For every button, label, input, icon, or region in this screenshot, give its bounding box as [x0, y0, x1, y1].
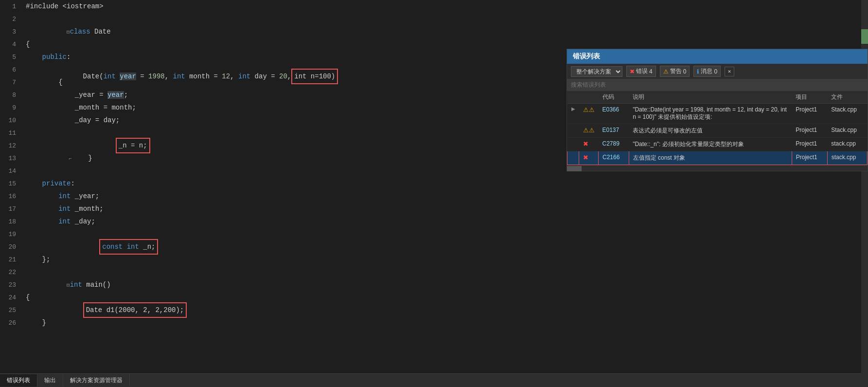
- code-line-3: 3 ⊟class Date: [0, 25, 868, 38]
- table-row[interactable]: ✖ C2166 左值指定 const 对象 Project1 stack.cpp: [567, 151, 868, 165]
- code-line-16: 16 int _year;: [0, 190, 868, 203]
- row-expand-1: ▶: [567, 104, 579, 124]
- row-desc-2: 表达式必须是可修改的左值: [629, 124, 792, 138]
- line-content-17: int _month;: [22, 203, 868, 215]
- line-num-4: 4: [0, 41, 22, 48]
- line-num-7: 7: [0, 79, 22, 86]
- line-content-1: #include <iostream>: [22, 0, 868, 13]
- collapse-icon-23[interactable]: ⊟: [67, 282, 70, 288]
- table-row[interactable]: ⚠⚠ E0137 表达式必须是可修改的左值 Project1 Stack.cpp: [567, 124, 868, 138]
- filter-symbol: ✕: [728, 68, 731, 74]
- col-code: 代码: [599, 91, 629, 104]
- code-line-26: 26 }: [0, 316, 868, 329]
- line-num-10: 10: [0, 117, 22, 124]
- error-x-icon: ✖: [630, 68, 635, 75]
- line-num-25: 25: [0, 307, 22, 314]
- line-num-16: 16: [0, 193, 22, 200]
- col-file: 文件: [827, 91, 867, 104]
- row-expand-2: [567, 124, 579, 138]
- search-area: [567, 79, 868, 91]
- row-file-1: Stack.cpp: [827, 104, 867, 124]
- row-code-2: E0137: [599, 124, 629, 138]
- line-num-23: 23: [0, 281, 22, 289]
- warn-count: 0: [683, 68, 687, 75]
- line-num-1: 1: [0, 3, 22, 10]
- col-project: 项目: [792, 91, 827, 104]
- error-badge[interactable]: ✖ 错误 4: [626, 66, 656, 77]
- filter-icon[interactable]: ✕: [725, 67, 734, 76]
- line-num-20: 20: [0, 243, 22, 251]
- row-code-1: E0366: [599, 104, 629, 124]
- row-project-2: Project1: [792, 124, 827, 138]
- info-label: 消息: [701, 67, 712, 75]
- col-expand: [567, 91, 579, 104]
- row-desc-1: "Date::Date(int year = 1998, int month =…: [629, 104, 792, 124]
- panel-scroll-thumb: [567, 166, 582, 171]
- table-row[interactable]: ✖ C2789 "Date::_n": 必须初始化常量限定类型的对象 Proje…: [567, 138, 868, 151]
- row-file-3: stack.cpp: [827, 138, 867, 151]
- code-line-17: 17 int _month;: [0, 203, 868, 215]
- code-line-15: 15 private:: [0, 177, 868, 190]
- table-row[interactable]: ▶ ⚠⚠ E0366 "Date::Date(int year = 1998, …: [567, 104, 868, 124]
- line-num-21: 21: [0, 256, 22, 263]
- row-expand-4: [567, 151, 579, 165]
- warning-badge[interactable]: ⚠ 警告 0: [660, 66, 690, 77]
- line-num-8: 8: [0, 92, 22, 99]
- row-desc-4: 左值指定 const 对象: [629, 151, 792, 165]
- tab-output[interactable]: 输出: [37, 374, 63, 387]
- fold-6: [67, 59, 70, 65]
- error-table-container[interactable]: 代码 说明 项目 文件 ▶ ⚠⚠ E0366 "Date::Date(int y…: [567, 91, 868, 165]
- row-icon-4: ✖: [579, 151, 599, 165]
- line-num-5: 5: [0, 54, 22, 61]
- line-num-15: 15: [0, 180, 22, 187]
- info-icon: ℹ: [697, 68, 699, 75]
- row-icon-2: ⚠⚠: [579, 124, 599, 138]
- error-panel-toolbar: 整个解决方案 ✖ 错误 4 ⚠ 警告 0 ℹ 消息 0 ✕: [567, 64, 868, 79]
- row-project-1: Project1: [792, 104, 827, 124]
- error-panel-title: 错误列表: [567, 49, 868, 64]
- line-num-19: 19: [0, 231, 22, 238]
- main-container: 1 #include <iostream> 2 3 ⊟class Date 4 …: [0, 0, 868, 387]
- row-code-3: C2789: [599, 138, 629, 151]
- line-num-11: 11: [0, 129, 22, 137]
- code-line-20: 20 const int _n;: [0, 240, 868, 253]
- bottom-tabs: 错误列表 输出 解决方案资源管理器: [0, 373, 868, 387]
- panel-scroll[interactable]: [567, 165, 868, 171]
- error-count: 4: [649, 68, 653, 75]
- error-table: 代码 说明 项目 文件 ▶ ⚠⚠ E0366 "Date::Date(int y…: [567, 91, 868, 165]
- line-num-14: 14: [0, 167, 22, 175]
- row-code-4: C2166: [599, 151, 629, 165]
- line-num-24: 24: [0, 294, 22, 301]
- scrollbar-thumb[interactable]: [861, 29, 868, 44]
- row-icon-3: ✖: [579, 138, 599, 151]
- code-line-1: 1 #include <iostream>: [0, 0, 868, 13]
- line-num-6: 6: [0, 66, 22, 74]
- fold-13: ⌐: [69, 156, 72, 162]
- line-content-21: };: [22, 253, 868, 266]
- info-count: 0: [714, 68, 717, 75]
- row-project-4: Project1: [792, 151, 827, 165]
- row-icon-1: ⚠⚠: [579, 104, 599, 124]
- line-num-2: 2: [0, 16, 22, 23]
- scope-select[interactable]: 整个解决方案: [571, 66, 622, 77]
- line-num-13: 13: [0, 155, 22, 162]
- code-line-25: 25 Date d1(2000, 2, 2,200);: [0, 304, 868, 316]
- line-num-3: 3: [0, 28, 22, 36]
- line-num-12: 12: [0, 142, 22, 149]
- warn-label: 警告: [670, 67, 682, 75]
- line-num-9: 9: [0, 104, 22, 111]
- tab-solution-explorer[interactable]: 解决方案资源管理器: [63, 374, 130, 387]
- collapse-icon-3[interactable]: ⊟: [67, 29, 70, 35]
- line-num-17: 17: [0, 205, 22, 213]
- row-file-2: Stack.cpp: [827, 124, 867, 138]
- line-content-16: int _year;: [22, 190, 868, 203]
- row-file-4: stack.cpp: [827, 151, 867, 165]
- search-input[interactable]: [567, 79, 868, 91]
- row-desc-3: "Date::_n": 必须初始化常量限定类型的对象: [629, 138, 792, 151]
- info-badge[interactable]: ℹ 消息 0: [693, 66, 721, 77]
- tab-error-list[interactable]: 错误列表: [0, 374, 37, 387]
- line-num-18: 18: [0, 218, 22, 225]
- error-panel: 错误列表 整个解决方案 ✖ 错误 4 ⚠ 警告 0 ℹ 消息 0 ✕: [567, 49, 868, 171]
- line-num-22: 22: [0, 269, 22, 276]
- col-desc: 说明: [629, 91, 792, 104]
